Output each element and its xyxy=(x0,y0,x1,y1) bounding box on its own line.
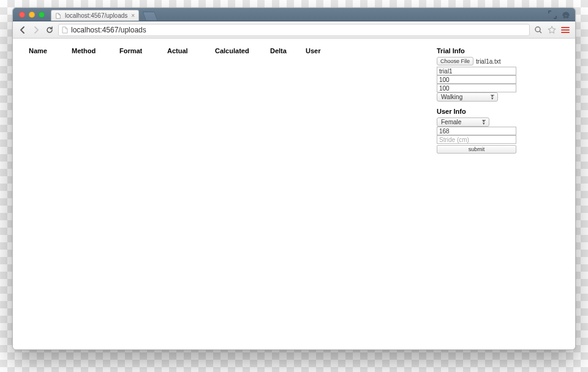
back-button[interactable] xyxy=(18,25,28,35)
col-format: Format xyxy=(119,47,167,54)
col-name: Name xyxy=(29,47,72,54)
close-tab-icon[interactable]: × xyxy=(131,13,135,19)
page-content: Name Method Format Actual Calculated Del… xyxy=(13,39,575,349)
gender-select-value: Female xyxy=(441,119,461,125)
submit-button[interactable]: submit xyxy=(437,145,516,154)
trial-value1-input[interactable]: 100 xyxy=(437,75,516,84)
address-bar[interactable]: localhost:4567/uploads xyxy=(58,24,530,36)
traffic-lights xyxy=(18,8,47,21)
url-text: localhost:4567/uploads xyxy=(71,26,146,34)
col-calculated: Calculated xyxy=(215,47,270,54)
col-user: User xyxy=(306,47,335,54)
reload-button[interactable] xyxy=(45,25,55,35)
page-icon xyxy=(61,26,69,34)
select-arrows-icon: ▴▾ xyxy=(490,94,495,100)
col-actual: Actual xyxy=(167,47,215,54)
stride-input[interactable]: Stride (cm) xyxy=(437,135,516,144)
page-icon xyxy=(55,13,61,19)
choose-file-button[interactable]: Choose File xyxy=(437,57,473,65)
close-window-icon[interactable] xyxy=(19,12,25,18)
user-info-heading: User Info xyxy=(437,108,553,115)
minimize-window-icon[interactable] xyxy=(29,12,35,18)
select-arrows-icon: ▴▾ xyxy=(481,119,486,125)
table-header-row: Name Method Format Actual Calculated Del… xyxy=(29,47,335,54)
menu-button[interactable] xyxy=(560,25,570,35)
tab-strip: localhost:4567/uploads × xyxy=(13,8,575,21)
new-tab-button[interactable] xyxy=(143,12,158,20)
hamburger-icon xyxy=(561,27,570,33)
chosen-file-name: trial1a.txt xyxy=(476,58,501,65)
trial-info-heading: Trial Info xyxy=(437,47,553,54)
activity-select-value: Walking xyxy=(441,94,462,100)
fullscreen-icon[interactable] xyxy=(548,10,557,19)
svg-point-0 xyxy=(535,27,540,32)
trial-value2-input[interactable]: 100 xyxy=(437,84,516,92)
col-method: Method xyxy=(72,47,119,54)
toolbar: localhost:4567/uploads xyxy=(13,21,575,39)
results-table: Name Method Format Actual Calculated Del… xyxy=(29,47,335,54)
browser-window: localhost:4567/uploads × localhost:4567/… xyxy=(12,7,576,350)
browser-tab[interactable]: localhost:4567/uploads × xyxy=(51,10,139,21)
trial-name-input[interactable]: trial1 xyxy=(437,67,516,75)
col-delta: Delta xyxy=(270,47,306,54)
maximize-window-icon[interactable] xyxy=(39,12,45,18)
activity-select[interactable]: Walking ▴▾ xyxy=(437,92,498,102)
search-icon[interactable] xyxy=(533,25,543,35)
bookmark-star-icon[interactable] xyxy=(547,25,557,35)
height-input[interactable]: 168 xyxy=(437,127,516,135)
incognito-icon[interactable] xyxy=(560,9,571,20)
tab-title: localhost:4567/uploads xyxy=(65,12,127,19)
main-area: Name Method Format Actual Calculated Del… xyxy=(29,47,424,349)
sidebar-form: Trial Info Choose File trial1a.txt trial… xyxy=(437,47,559,349)
forward-button[interactable] xyxy=(31,25,41,35)
gender-select[interactable]: Female ▴▾ xyxy=(437,117,489,127)
